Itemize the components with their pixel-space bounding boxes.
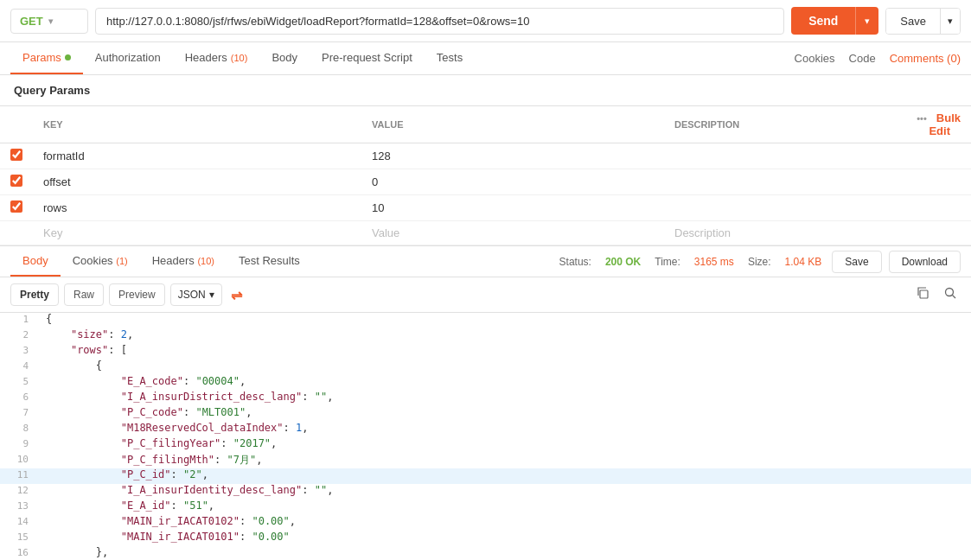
method-label: GET: [20, 15, 43, 28]
query-params-section: Query Params KEY VALUE DESCRIPTION ••• B…: [0, 75, 971, 245]
comments-link[interactable]: Comments (0): [890, 52, 961, 65]
three-dots-icon[interactable]: •••: [917, 113, 927, 124]
table-row: [0, 169, 971, 195]
line-number: 1: [0, 313, 39, 328]
param-desc-0[interactable]: [674, 150, 891, 162]
tab-response-headers[interactable]: Headers (10): [140, 246, 227, 277]
param-value-2[interactable]: [372, 201, 654, 214]
svg-line-2: [953, 296, 956, 299]
line-content: "E_A_id": "51",: [39, 500, 971, 515]
line-number: 9: [0, 437, 39, 453]
time-value: 3165 ms: [694, 256, 734, 268]
code-line: 8 "M18ReservedCol_dataIndex": 1,: [0, 422, 971, 437]
copy-icon[interactable]: [912, 283, 933, 307]
tab-authorization[interactable]: Authorization: [83, 42, 173, 74]
tab-params[interactable]: Params: [10, 42, 83, 74]
param-key-0[interactable]: [43, 150, 351, 162]
tab-tests[interactable]: Tests: [425, 42, 475, 74]
bulk-edit-button[interactable]: Bulk Edit: [929, 111, 961, 137]
line-content: "P_C_code": "MLT001",: [39, 406, 971, 422]
tab-prerequest[interactable]: Pre-request Script: [310, 42, 425, 74]
line-number: 16: [0, 546, 39, 560]
code-line: 9 "P_C_filingYear": "2017",: [0, 437, 971, 453]
wrap-icon[interactable]: ⇌: [227, 283, 246, 307]
line-number: 13: [0, 500, 39, 515]
size-value: 1.04 KB: [785, 256, 822, 268]
code-line: 2 "size": 2,: [0, 328, 971, 344]
code-line: 7 "P_C_code": "MLT001",: [0, 406, 971, 422]
tab-response-cookies-label: Cookies: [73, 254, 113, 267]
save-dropdown-button[interactable]: ▾: [940, 9, 960, 34]
line-content: "MAIN_ir_IACAT0102": "0.00",: [39, 515, 971, 531]
code-line: 13 "E_A_id": "51",: [0, 500, 971, 515]
format-chevron-icon: ▾: [209, 289, 214, 301]
raw-button[interactable]: Raw: [64, 283, 104, 306]
top-tab-bar: Params Authorization Headers (10) Body P…: [0, 42, 971, 75]
download-button[interactable]: Download: [889, 251, 961, 273]
preview-button[interactable]: Preview: [109, 283, 165, 306]
param-key-3[interactable]: [43, 226, 351, 239]
tab-body[interactable]: Body: [259, 42, 310, 74]
param-checkbox-0[interactable]: [10, 149, 22, 161]
tab-test-results-label: Test Results: [239, 254, 300, 267]
th-value: VALUE: [361, 106, 664, 143]
param-checkbox-2[interactable]: [10, 200, 22, 213]
code-link[interactable]: Code: [849, 52, 876, 65]
param-desc-1[interactable]: [674, 175, 891, 188]
right-tab-links: Cookies Code Comments (0): [795, 52, 961, 65]
line-content: "size": 2,: [39, 328, 971, 344]
format-dropdown[interactable]: JSON ▾: [170, 283, 222, 306]
url-input[interactable]: [95, 8, 784, 35]
param-value-0[interactable]: [372, 150, 654, 162]
pretty-button[interactable]: Pretty: [10, 283, 59, 306]
table-row: [0, 221, 971, 245]
cookies-link[interactable]: Cookies: [795, 52, 835, 65]
top-bar: GET ▾ Send ▾ Save ▾: [0, 0, 971, 42]
code-line: 4 {: [0, 360, 971, 375]
tab-test-results[interactable]: Test Results: [227, 246, 312, 277]
send-button[interactable]: Send: [791, 7, 855, 35]
param-value-3[interactable]: [372, 226, 654, 239]
th-key: KEY: [33, 106, 361, 143]
status-value: 200 OK: [605, 256, 641, 268]
tab-body-label: Body: [271, 51, 297, 64]
code-line: 16 },: [0, 546, 971, 560]
param-desc-3[interactable]: [674, 226, 891, 239]
line-content: },: [39, 546, 971, 560]
save-button[interactable]: Save: [886, 9, 940, 34]
query-params-header: Query Params: [0, 75, 971, 105]
svg-rect-0: [920, 290, 928, 298]
tab-headers[interactable]: Headers (10): [173, 42, 260, 74]
line-content: "rows": [: [39, 344, 971, 360]
param-checkbox-1[interactable]: [10, 175, 22, 187]
table-row: [0, 195, 971, 221]
line-number: 2: [0, 328, 39, 344]
tab-response-body-label: Body: [22, 254, 48, 267]
line-content: "P_C_filingYear": "2017",: [39, 437, 971, 453]
line-number: 8: [0, 422, 39, 437]
search-icon[interactable]: [940, 283, 961, 307]
param-desc-2[interactable]: [674, 201, 891, 214]
time-label: Time:: [655, 256, 680, 268]
send-dropdown-button[interactable]: ▾: [855, 7, 878, 35]
param-value-1[interactable]: [372, 175, 654, 188]
tab-response-cookies[interactable]: Cookies (1): [61, 246, 140, 277]
line-content: {: [39, 313, 971, 328]
line-number: 3: [0, 344, 39, 360]
method-dropdown[interactable]: GET ▾: [10, 9, 88, 34]
response-save-button[interactable]: Save: [832, 251, 881, 273]
save-button-group: Save ▾: [885, 8, 961, 35]
code-line: 6 "I_A_insurDistrict_desc_lang": "",: [0, 391, 971, 406]
line-number: 10: [0, 453, 39, 468]
tab-prerequest-label: Pre-request Script: [322, 51, 412, 64]
code-line: 3 "rows": [: [0, 344, 971, 360]
response-headers-badge: (10): [197, 256, 214, 266]
param-key-1[interactable]: [43, 175, 351, 188]
code-area[interactable]: 1{2 "size": 2,3 "rows": [4 {5 "E_A_code"…: [0, 313, 971, 560]
param-key-2[interactable]: [43, 201, 351, 214]
code-line: 10 "P_C_filingMth": "7月",: [0, 453, 971, 468]
tab-headers-label: Headers: [185, 51, 227, 64]
tab-response-body[interactable]: Body: [10, 246, 61, 277]
line-content: "MAIN_ir_IACAT0101": "0.00": [39, 531, 971, 546]
code-line: 15 "MAIN_ir_IACAT0101": "0.00": [0, 531, 971, 546]
